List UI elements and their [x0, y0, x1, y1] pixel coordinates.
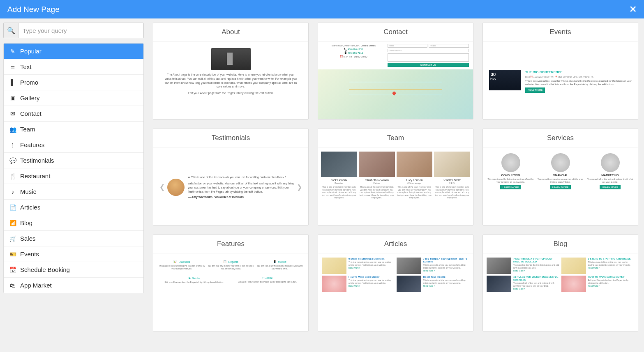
feature-text: This page is used for listing the featur… [159, 265, 205, 270]
service-learnmore: LEARN MORE [550, 185, 571, 189]
category-item-events[interactable]: 🎫Events [4, 246, 143, 262]
category-label: Gallery [20, 94, 40, 101]
category-item-popular[interactable]: ✎Popular [4, 44, 143, 59]
template-card-features[interactable]: Features 📊 StatisticsThis page is used f… [153, 235, 309, 331]
category-item-music[interactable]: ♪Music [4, 184, 143, 200]
category-label: Articles [20, 204, 40, 211]
article-heading: How To Make Extra Money [349, 276, 395, 278]
category-icon: 🛍 [9, 282, 16, 289]
blog-thumbnail [561, 276, 586, 292]
team-bio: This is one of the team member slots you… [397, 186, 433, 199]
template-card-team[interactable]: Team Jack HendrixPresidentThis is one of… [318, 129, 473, 225]
category-item-features[interactable]: ⋮Features [4, 137, 143, 153]
category-label: Text [20, 63, 32, 70]
category-item-schedule-booking[interactable]: 📅Schedule Booking [4, 262, 143, 278]
category-item-restaurant[interactable]: 🍴Restaurant [4, 168, 143, 184]
card-title: Services [483, 129, 638, 147]
article-readmore: Read More > [423, 269, 470, 272]
search-input[interactable] [18, 23, 144, 38]
category-icon: ▌ [9, 79, 16, 86]
feature-text: You can edit all of this text and replac… [256, 265, 303, 270]
modal-title: Add New Page [7, 5, 60, 14]
article-text: This is a generic article you can use fo… [349, 261, 395, 266]
service-text: This page is used for listing the servic… [487, 178, 535, 183]
category-label: Schedule Booking [20, 266, 70, 273]
category-icon: 🎫 [9, 251, 16, 258]
feature-item: 📱 MobileYou can edit all of this text an… [256, 260, 303, 270]
category-label: Restaurant [20, 173, 50, 179]
service-item: MARKETINGYou can edit all of this text a… [586, 152, 634, 189]
blog-text: Edit your Blog articles from the Pages t… [588, 279, 635, 284]
blog-item: HOW TO MAKE EXTRA MONEYEdit your Blog ar… [561, 276, 635, 292]
blog-heading: 7 BIG THINGS A START-UP MUST HAVE TO SUC… [513, 258, 560, 263]
category-icon: ▣ [9, 95, 16, 101]
article-readmore: Read More > [423, 285, 470, 287]
category-label: Sales [20, 235, 36, 242]
about-thumbnail [211, 48, 251, 70]
blog-text: This is a generic blog article you can u… [588, 261, 635, 266]
team-bio: This is one of the team member slots you… [359, 186, 395, 199]
template-card-about[interactable]: About The About page is the core descrip… [153, 23, 309, 120]
card-title: Events [483, 23, 638, 41]
template-card-testimonials[interactable]: Testimonials ❮ ❝This is one of the testi… [153, 129, 309, 225]
template-card-events[interactable]: Events 30Nov THE BIG CONFERENCE $65 | ⏰ … [482, 23, 638, 120]
team-member: Elizabeth NewmanPartnerThis is one of th… [359, 152, 395, 199]
service-item: FINANCIALYou can add any service you wan… [536, 152, 584, 189]
category-icon: 👥 [9, 126, 16, 133]
category-item-gallery[interactable]: ▣Gallery [4, 90, 143, 106]
feature-heading: 📋 Reports [208, 260, 254, 263]
feature-text: Edit your Features from the Pages tab by… [159, 281, 230, 284]
blog-thumbnail [487, 258, 511, 274]
category-item-contact[interactable]: ✉Contact [4, 106, 143, 122]
category-item-app-market[interactable]: 🛍App Market [4, 278, 143, 293]
service-heading: CONSULTING [487, 174, 535, 177]
contact-info: Manhattan, New York, NY, United States 📞… [322, 44, 385, 67]
service-heading: FINANCIAL [536, 174, 584, 177]
feature-heading: 📱 Mobile [256, 260, 303, 263]
category-item-sales[interactable]: 🛒Sales [4, 231, 143, 246]
category-item-articles[interactable]: 📄Articles [4, 200, 143, 215]
modal-header: Add New Page ✕ [0, 0, 644, 18]
category-icon: 📅 [9, 267, 16, 273]
feature-heading: ▶ Media [159, 276, 230, 280]
category-item-team[interactable]: 👥Team [4, 122, 143, 137]
template-card-blog[interactable]: Blog 7 BIG THINGS A START-UP MUST HAVE T… [482, 235, 638, 331]
article-thumbnail [322, 258, 346, 274]
team-photo [434, 152, 470, 177]
event-meta: $65 | ⏰ 11/30/2027 08:00 PM | 📍 2816 Cin… [525, 76, 632, 78]
service-item: CONSULTINGThis page is used for listing … [487, 152, 535, 189]
category-item-text[interactable]: ≣Text [4, 59, 143, 75]
close-button[interactable]: ✕ [629, 4, 637, 15]
search-icon[interactable]: 🔍 [3, 23, 18, 38]
feature-heading: 📊 Statistics [159, 260, 205, 263]
next-arrow-icon: ❯ [294, 183, 305, 191]
team-role: President [321, 182, 357, 184]
service-text: You can add any service you want or edit… [536, 178, 584, 183]
category-item-testimonials[interactable]: 💬Testimonials [4, 153, 143, 168]
feature-heading: f Social [232, 276, 303, 279]
team-member: Jennifer SmithC.E.O.This is one of the t… [434, 152, 470, 199]
template-card-contact[interactable]: Contact Manhattan, New York, NY, United … [318, 23, 473, 120]
team-member: Lucy LennonOffice managerThis is one of … [397, 152, 433, 199]
category-item-blog[interactable]: 📶Blog [4, 215, 143, 231]
blog-heading: 10 RULES FOR WILDLY SUCCESSFUL BUSINESS [513, 276, 560, 281]
event-text: This is an event article, used for writi… [525, 79, 632, 86]
category-label: Blog [20, 219, 32, 226]
category-icon: 🍴 [9, 173, 16, 179]
template-card-services[interactable]: Services CONSULTINGThis page is used for… [482, 129, 638, 225]
name-input: Name [388, 44, 428, 48]
blog-item: 9 STEPS TO STARTING A BUSINESSThis is a … [561, 258, 635, 274]
feature-icon: f [263, 276, 263, 279]
feature-item: f SocialEdit your Features from the Page… [232, 276, 303, 284]
testimonial-author: — Amy Warmouth: Visualiser of Interiors [188, 195, 294, 199]
feature-item: ▶ MediaEdit your Features from the Pages… [159, 276, 230, 284]
card-title: Blog [483, 235, 638, 253]
about-edit-hint: Edit your About page from the Pages tab … [180, 91, 281, 95]
template-card-articles[interactable]: Articles 9 Steps To Starting a BusinessT… [318, 235, 473, 331]
blog-heading: 9 STEPS TO STARTING A BUSINESS [588, 258, 635, 260]
blog-item: 10 RULES FOR WILDLY SUCCESSFUL BUSINESSY… [487, 276, 560, 292]
category-label: Features [20, 141, 44, 148]
category-item-promo[interactable]: ▌Promo [4, 75, 143, 90]
service-learnmore: LEARN MORE [500, 185, 522, 189]
article-heading: Boost Your Income [423, 276, 470, 278]
